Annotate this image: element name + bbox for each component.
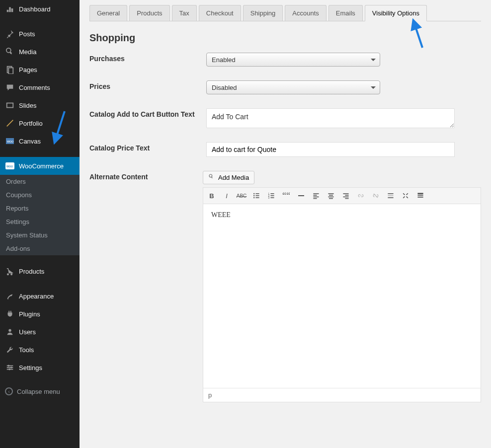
tab-tax[interactable]: Tax: [172, 5, 197, 21]
canvas-icon: woo: [5, 136, 15, 146]
portfolio-icon: [5, 118, 15, 128]
tab-shipping[interactable]: Shipping: [243, 5, 283, 21]
sidebar-item-posts[interactable]: Posts: [0, 25, 80, 43]
svg-point-14: [8, 369, 10, 371]
toolbar-link[interactable]: [353, 189, 368, 203]
toolbar-ol[interactable]: 123: [264, 189, 279, 203]
settings-tabs: General Products Tax Checkout Shipping A…: [89, 5, 481, 21]
input-catalog-button-text[interactable]: Add To Cart: [206, 108, 455, 128]
media-icon: [208, 173, 215, 182]
svg-rect-30: [313, 195, 317, 196]
sidebar-item-tools[interactable]: Tools: [0, 341, 80, 359]
sidebar-item-slides[interactable]: Slides: [0, 96, 80, 114]
toolbar-blockquote[interactable]: ““: [279, 189, 294, 203]
select-prices[interactable]: Disabled: [206, 80, 380, 94]
sidebar-label: Settings: [19, 364, 42, 372]
sidebar-label: Portfolio: [19, 120, 43, 127]
label-catalog-price: Catalog Price Text: [89, 142, 206, 152]
sidebar-item-canvas[interactable]: woo Canvas: [0, 132, 80, 150]
svg-rect-41: [388, 193, 393, 194]
toolbar-insertmore[interactable]: [383, 189, 398, 203]
sidebar-item-portfolio[interactable]: Portfolio: [0, 114, 80, 132]
sidebar-item-dashboard[interactable]: Dashboard: [0, 0, 80, 18]
label-alternate-content: Alternate Content: [89, 171, 203, 181]
submenu-orders[interactable]: Orders: [0, 175, 80, 188]
submenu-settings[interactable]: Settings: [0, 215, 80, 228]
row-catalog-button: Catalog Add to Cart Button Text Add To C…: [89, 108, 481, 128]
editor-canvas[interactable]: WEEE: [203, 204, 481, 388]
submenu-reports[interactable]: Reports: [0, 202, 80, 215]
plugins-icon: [5, 309, 15, 319]
svg-point-20: [253, 197, 254, 198]
svg-point-16: [253, 193, 254, 194]
main-content: General Products Tax Checkout Shipping A…: [80, 0, 491, 448]
sidebar-label: Appearance: [19, 293, 54, 300]
svg-rect-29: [313, 193, 319, 194]
tools-icon: [5, 345, 15, 355]
sidebar-item-products[interactable]: Products: [0, 262, 80, 280]
tab-emails[interactable]: Emails: [328, 5, 363, 21]
sidebar-label: Pages: [19, 66, 37, 74]
sidebar-label: Comments: [19, 84, 50, 91]
toolbar-fullscreen[interactable]: [398, 189, 413, 203]
sidebar-label: Dashboard: [19, 5, 51, 13]
toolbar-align-right[interactable]: [338, 189, 353, 203]
svg-rect-43: [388, 197, 393, 198]
row-alternate-content: Alternate Content Add Media B I ABC 123 …: [89, 171, 481, 402]
sidebar-label: Canvas: [19, 138, 41, 145]
sidebar-item-settings[interactable]: Settings: [0, 359, 80, 376]
toolbar-toggle[interactable]: [413, 189, 428, 203]
submenu-coupons[interactable]: Coupons: [0, 188, 80, 202]
toolbar-italic[interactable]: I: [219, 189, 234, 203]
svg-rect-33: [328, 193, 333, 194]
wysiwyg-editor: B I ABC 123 ““ WEEE p: [203, 187, 481, 402]
toolbar-ul[interactable]: [249, 189, 264, 203]
svg-point-8: [8, 329, 11, 332]
toolbar-strikethrough[interactable]: ABC: [234, 189, 249, 203]
svg-rect-31: [313, 197, 319, 198]
svg-rect-44: [417, 193, 423, 194]
section-heading: Shopping: [89, 32, 481, 44]
tab-general[interactable]: General: [89, 5, 127, 21]
sidebar-label: Posts: [19, 30, 35, 38]
svg-point-13: [10, 367, 12, 369]
submenu-system-status[interactable]: System Status: [0, 228, 80, 242]
tab-visibility-options[interactable]: Visibility Options: [365, 5, 427, 21]
toolbar-unlink[interactable]: [368, 189, 383, 203]
sidebar-item-users[interactable]: Users: [0, 323, 80, 341]
add-media-button[interactable]: Add Media: [203, 171, 254, 184]
dashboard-icon: [5, 4, 15, 14]
svg-rect-21: [255, 197, 259, 198]
sidebar-item-appearance[interactable]: Appearance: [0, 287, 80, 305]
editor-toolbar: B I ABC 123 ““: [203, 188, 481, 204]
select-purchases[interactable]: Enabled: [206, 53, 380, 67]
svg-rect-25: [270, 195, 274, 196]
add-media-label: Add Media: [218, 174, 249, 181]
sidebar-label: Users: [19, 328, 36, 336]
sidebar-label: Tools: [19, 346, 34, 354]
svg-rect-42: [388, 195, 393, 196]
svg-text:3: 3: [268, 197, 270, 199]
label-catalog-button: Catalog Add to Cart Button Text: [89, 108, 206, 118]
collapse-menu[interactable]: Collapse menu: [0, 383, 80, 399]
svg-rect-34: [329, 195, 333, 196]
sidebar-item-woocommerce[interactable]: woo WooCommerce: [0, 157, 80, 175]
submenu-addons[interactable]: Add-ons: [0, 242, 80, 255]
input-catalog-price-text[interactable]: [206, 142, 455, 157]
toolbar-hr[interactable]: [294, 189, 309, 203]
sidebar-item-comments[interactable]: Comments: [0, 78, 80, 96]
sidebar-item-media[interactable]: Media: [0, 43, 80, 61]
media-icon: [5, 47, 15, 57]
sidebar-item-plugins[interactable]: Plugins: [0, 305, 80, 323]
toolbar-align-left[interactable]: [309, 189, 324, 203]
toolbar-align-center[interactable]: [324, 189, 338, 203]
row-purchases: Purchases Enabled: [89, 53, 481, 67]
tab-products[interactable]: Products: [129, 5, 169, 21]
tab-accounts[interactable]: Accounts: [285, 5, 326, 21]
admin-sidebar: Dashboard Posts Media Pages Comments Sli…: [0, 0, 80, 448]
toolbar-bold[interactable]: B: [204, 189, 219, 203]
sidebar-item-pages[interactable]: Pages: [0, 61, 80, 78]
slides-icon: [5, 100, 15, 110]
svg-rect-23: [270, 193, 274, 194]
tab-checkout[interactable]: Checkout: [199, 5, 241, 21]
